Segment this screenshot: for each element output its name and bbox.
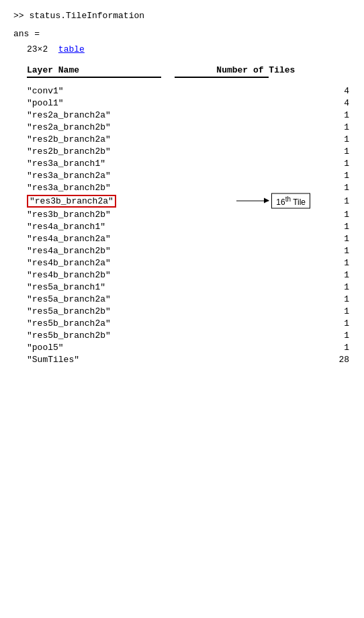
table-row: "res4b_branch2b"1: [27, 269, 349, 281]
cell-tile-count: 4: [216, 85, 349, 97]
table-row: "res5a_branch2b"1: [27, 305, 349, 317]
cell-layer-name: "SumTiles": [27, 353, 216, 365]
cell-layer-name: "pool5": [27, 341, 216, 353]
cell-layer-name: "res2b_branch2b": [27, 145, 216, 157]
table-row: "res3a_branch1"1: [27, 157, 349, 169]
cell-layer-name: "res4b_branch2a": [27, 257, 216, 269]
cell-layer-name: "res3a_branch1": [27, 157, 216, 169]
table-row: "res4a_branch2b"1: [27, 245, 349, 257]
cell-layer-name: "res2a_branch2b": [27, 121, 216, 133]
cell-tile-count: 1: [216, 169, 349, 181]
cell-layer-name: "res4a_branch2b": [27, 245, 216, 257]
cell-layer-name: "res4a_branch1": [27, 220, 216, 232]
ans-line: ans =: [13, 29, 351, 39]
cell-layer-name: "res4b_branch2b": [27, 269, 216, 281]
cell-tile-count: 1: [216, 220, 349, 232]
cell-layer-name: "res5b_branch2a": [27, 317, 216, 329]
cell-tile-count: 1: [216, 341, 349, 353]
col-header-layer-name: Layer Name: [27, 65, 216, 77]
cell-tile-count: 1: [216, 269, 349, 281]
cell-layer-name: "res2b_branch2a": [27, 133, 216, 145]
cell-layer-name: "res3a_branch2b": [27, 181, 216, 193]
cell-tile-count: 1: [216, 133, 349, 145]
cell-tile-count: 4: [216, 97, 349, 109]
tile-information-table: Layer Name Number of Tiles "conv1"4"pool…: [27, 65, 349, 365]
table-row: "res5b_branch2b"1: [27, 329, 349, 341]
cell-layer-name: "res5a_branch1": [27, 281, 216, 293]
table-row: "conv1"4: [27, 85, 349, 97]
cell-tile-count: 1: [344, 196, 349, 206]
table-link[interactable]: table: [58, 44, 85, 54]
cell-tile-count: 1: [216, 157, 349, 169]
cell-tile-count: 28: [216, 353, 349, 365]
table-row: "res3a_branch2a"1: [27, 169, 349, 181]
annotation-box: 16th Tile: [271, 193, 310, 209]
table-row: "res4a_branch2a"1: [27, 232, 349, 245]
table-row: "res5b_branch2a"1: [27, 317, 349, 329]
table-row: "res2b_branch2a"1: [27, 133, 349, 145]
cell-tile-count: 1: [216, 109, 349, 121]
cell-tile-count: 1: [216, 281, 349, 293]
cell-layer-name: "res5b_branch2b": [27, 329, 216, 341]
table-row: "res4b_branch2a"1: [27, 257, 349, 269]
table-row: "res2a_branch2b"1: [27, 121, 349, 133]
cell-layer-name: "res3a_branch2a": [27, 169, 216, 181]
cell-tile-count: 1: [216, 145, 349, 157]
cell-tile-count: 1: [216, 121, 349, 133]
cell-tile-count: 1: [216, 305, 349, 317]
table-row: "res2b_branch2b"1: [27, 145, 349, 157]
table-row: "res3b_branch2a"116th Tile: [27, 193, 349, 208]
col-header-num-tiles: Number of Tiles: [216, 65, 349, 77]
table-row: "res5a_branch2a"1: [27, 293, 349, 305]
table-row: "pool5"1: [27, 341, 349, 353]
table-row: "pool1"4: [27, 97, 349, 109]
cell-layer-name: "res5a_branch2b": [27, 305, 216, 317]
cell-layer-name: "res3b_branch2b": [27, 208, 216, 220]
cell-tile-count: 1: [216, 293, 349, 305]
cell-layer-name: "res2a_branch2a": [27, 109, 216, 121]
cell-tile-count: 1: [216, 232, 349, 245]
cell-tile-count: 1: [216, 181, 349, 193]
table-row: "SumTiles"28: [27, 353, 349, 365]
annotation-arrow-line: [236, 201, 269, 202]
cell-layer-name: "res4a_branch2a": [27, 232, 216, 245]
cell-tile-count: 1: [216, 208, 349, 220]
cell-tile-count: 1: [216, 317, 349, 329]
table-row: "res4a_branch1"1: [27, 220, 349, 232]
cell-layer-name: "res5a_branch2a": [27, 293, 216, 305]
cell-tile-count: 1: [216, 245, 349, 257]
cell-tile-count: 1: [216, 257, 349, 269]
command-line: >> status.TileInformation: [13, 11, 351, 21]
cell-layer-name: "conv1": [27, 85, 216, 97]
table-row: "res2a_branch2a"1: [27, 109, 349, 121]
highlighted-cell-name: "res3b_branch2a": [27, 195, 116, 208]
cell-layer-name: "pool1": [27, 97, 216, 109]
table-row: "res3a_branch2b"1: [27, 181, 349, 193]
cell-tile-count: 1: [216, 329, 349, 341]
table-info: 23×2 table: [27, 44, 351, 54]
table-row: "res5a_branch1"1: [27, 281, 349, 293]
table-dims: 23×2: [27, 44, 48, 54]
table-row: "res3b_branch2b"1: [27, 208, 349, 220]
